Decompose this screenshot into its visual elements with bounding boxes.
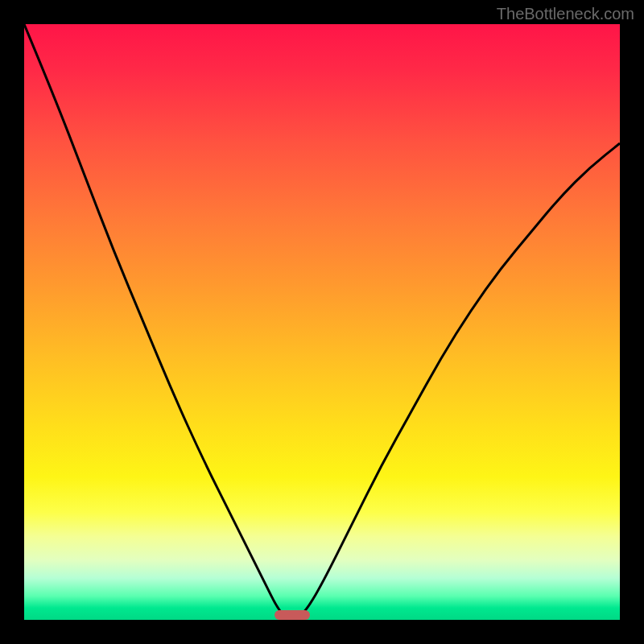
plot-area (24, 24, 620, 620)
watermark-text: TheBottleneck.com (497, 5, 634, 23)
optimum-marker (275, 610, 310, 620)
curve-path (24, 24, 620, 618)
bottleneck-curve (24, 24, 620, 620)
